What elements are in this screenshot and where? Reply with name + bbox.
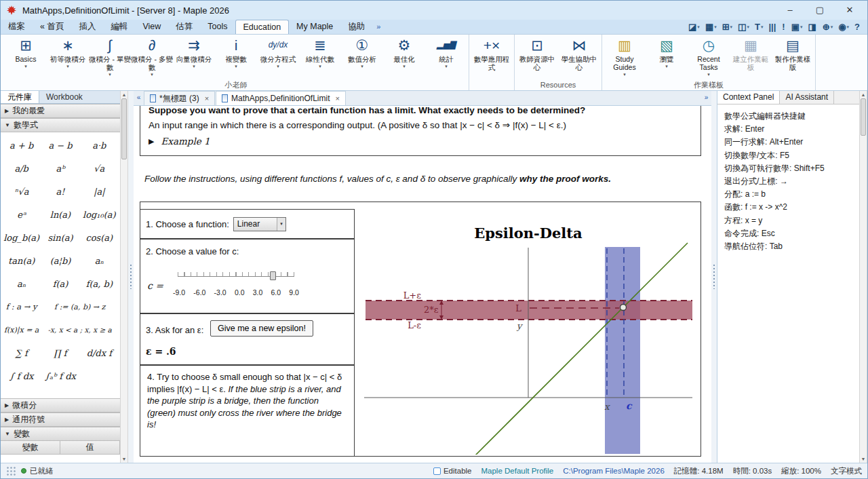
expression-item[interactable]: a! bbox=[56, 187, 65, 197]
right-splitter[interactable] bbox=[711, 91, 717, 463]
menu-item[interactable]: 檔案 bbox=[1, 20, 33, 34]
toolbar-icon[interactable]: ◨ bbox=[805, 22, 819, 32]
ribbon-button[interactable]: ∗ 初等微積分 ▾ bbox=[47, 35, 89, 80]
toolbar-icon[interactable]: ? bbox=[852, 22, 863, 32]
expression-item[interactable]: f(a, b) bbox=[86, 279, 113, 289]
expression-item[interactable]: d/dx f bbox=[87, 348, 112, 358]
ribbon-button[interactable]: ▂▅▇ 統計 ▾ bbox=[425, 35, 467, 80]
expression-item[interactable]: eᵃ bbox=[17, 210, 26, 220]
menu-overflow-icon[interactable]: » bbox=[372, 20, 384, 34]
expression-item[interactable]: ∫ₐᵇ f dx bbox=[45, 371, 76, 381]
expression-item[interactable]: aₙ bbox=[95, 256, 104, 266]
minimize-button[interactable]: – bbox=[775, 1, 805, 20]
tab-values[interactable]: 值 bbox=[60, 441, 120, 454]
close-button[interactable]: ✕ bbox=[835, 1, 865, 20]
tab-workbook[interactable]: Workbook bbox=[39, 91, 90, 103]
expression-item[interactable]: tan(a) bbox=[8, 256, 35, 266]
toolbar-icon[interactable]: ⊞ ▾ bbox=[719, 22, 735, 32]
expression-item[interactable]: a − b bbox=[48, 140, 72, 151]
context-panel-scrollbar[interactable]: ▲ ▼ bbox=[859, 91, 867, 463]
tab-scroll-left-icon[interactable]: « bbox=[134, 91, 144, 105]
palette-variables[interactable]: ▼ 變數 bbox=[1, 427, 120, 441]
menu-item[interactable]: Education bbox=[235, 20, 290, 34]
slider-track[interactable] bbox=[178, 276, 294, 277]
ribbon-button[interactable]: ▤ 製作作業樣版 bbox=[772, 35, 814, 80]
section-collapse-icon[interactable]: ▶ bbox=[149, 137, 154, 146]
ribbon-button[interactable]: ◷ Recent Tasks ▾ bbox=[688, 35, 730, 80]
epsilon-delta-plot[interactable]: Epsilon-Delta bbox=[359, 205, 699, 455]
expression-item[interactable]: f := (a, b) → z bbox=[54, 303, 105, 311]
ribbon-button[interactable]: ∫ 微積分 - 單變數 ▾ bbox=[89, 35, 131, 80]
ribbon-button[interactable]: ≣ 線性代數 ▾ bbox=[299, 35, 341, 80]
expression-item[interactable]: |a| bbox=[94, 187, 105, 197]
tab-ai-assistant[interactable]: AI Assistant bbox=[780, 91, 834, 104]
toolbar-icon[interactable]: ! bbox=[779, 22, 788, 32]
toolbar-icon[interactable]: ◫ ▾ bbox=[735, 22, 752, 32]
ribbon-button[interactable]: ⇉ 向量微積分 ▾ bbox=[173, 35, 215, 80]
tab-components[interactable]: 元件庫 bbox=[1, 91, 39, 103]
expression-item[interactable]: ln(a) bbox=[50, 210, 71, 220]
menu-item[interactable]: Tools bbox=[200, 20, 235, 34]
ribbon-button[interactable]: ⚙ 最佳化 ▾ bbox=[383, 35, 425, 80]
toolbar-icon[interactable]: ▣ ▾ bbox=[789, 22, 806, 32]
ribbon-button[interactable]: ▦ 建立作業範板 bbox=[730, 35, 772, 80]
scroll-down-icon[interactable]: ▼ bbox=[861, 457, 866, 461]
toolbar-icon[interactable]: ⊕ ▾ bbox=[820, 22, 835, 32]
slider-handle[interactable] bbox=[270, 271, 276, 280]
left-splitter[interactable] bbox=[128, 91, 134, 463]
palette-calculus[interactable]: ▶ 微積分 bbox=[1, 398, 120, 413]
expression-item[interactable]: a + b bbox=[9, 140, 33, 151]
ribbon-button[interactable]: ▧ 瀏覽 ▾ bbox=[646, 35, 688, 80]
scrollbar-thumb[interactable] bbox=[121, 98, 127, 159]
toolbar-icon[interactable]: ◉ ▾ bbox=[835, 22, 852, 32]
ribbon-button[interactable]: ① 數值分析 ▾ bbox=[341, 35, 383, 80]
doc-t ab-untitled[interactable]: *無標題 (3) × bbox=[144, 91, 215, 105]
expression-item[interactable]: sin(a) bbox=[47, 233, 73, 243]
menu-item[interactable]: 協助 bbox=[340, 20, 372, 34]
expression-item[interactable]: -x, x < a ; x, x ≥ a bbox=[48, 326, 112, 334]
ribbon-button[interactable]: ⋈ 學生協助中心 bbox=[558, 35, 600, 80]
menu-item[interactable]: 編輯 bbox=[103, 20, 135, 34]
ribbon-button[interactable]: i 複變數 ▾ bbox=[215, 35, 257, 80]
palette-expressions[interactable]: ▼ 數學式 bbox=[1, 118, 120, 132]
worksheet[interactable]: Suppose you want to prove that a certain… bbox=[134, 106, 711, 463]
expression-item[interactable]: (a¦b) bbox=[50, 256, 71, 266]
menu-item[interactable]: 插入 bbox=[71, 20, 103, 34]
editable-toggle[interactable]: Editable bbox=[433, 467, 472, 475]
scroll-up-icon[interactable]: ▲ bbox=[122, 92, 127, 97]
maximize-button[interactable]: ▢ bbox=[805, 1, 835, 20]
toolbar-icon[interactable]: T ▾ bbox=[752, 22, 766, 32]
close-tab-icon[interactable]: × bbox=[205, 94, 209, 102]
tab-variables[interactable]: 變數 bbox=[1, 441, 60, 454]
expression-item[interactable]: ∑ f bbox=[16, 348, 28, 358]
new-epsilon-button[interactable]: Give me a new epsilon! bbox=[210, 320, 313, 337]
toolbar-icon[interactable]: ▦ ▾ bbox=[703, 22, 719, 32]
palette-favorites[interactable]: ▶ 我的最愛 bbox=[1, 104, 120, 118]
ribbon-button[interactable]: dy/dx 微分方程式 ▾ bbox=[257, 35, 299, 80]
expression-item[interactable]: log₁₀(a) bbox=[83, 210, 116, 220]
menu-item[interactable]: View bbox=[135, 20, 168, 34]
install-path-link[interactable]: C:\Program Files\Maple 2026 bbox=[563, 467, 665, 475]
expression-item[interactable]: ∏ f bbox=[54, 348, 66, 358]
editable-checkbox[interactable] bbox=[433, 467, 441, 475]
expression-item[interactable]: ⁿ√a bbox=[14, 187, 29, 197]
close-tab-icon[interactable]: × bbox=[336, 94, 340, 102]
expression-item[interactable]: f(a) bbox=[53, 279, 68, 289]
menu-item[interactable]: 估算 bbox=[168, 20, 200, 34]
ribbon-button[interactable]: ∂ 微積分 - 多變數 ▾ bbox=[131, 35, 173, 80]
toolbar-icon[interactable]: ◪ ▾ bbox=[686, 22, 703, 32]
expression-item[interactable]: log_b(a) bbox=[3, 233, 39, 243]
ribbon-button[interactable]: ⊡ 教師資源中心 bbox=[516, 35, 558, 80]
expression-item[interactable]: aₙ bbox=[17, 279, 26, 289]
menu-item[interactable]: My Maple bbox=[289, 20, 340, 34]
palette-scrollbar[interactable]: ▲ ▼ bbox=[120, 91, 128, 463]
profile-link[interactable]: Maple Default Profile bbox=[481, 467, 553, 475]
tab-scroll-right-icon[interactable]: » bbox=[701, 91, 711, 105]
expression-item[interactable]: f : a → y bbox=[6, 302, 37, 311]
doc-tab-mathapps[interactable]: MathApps,DefinitionOfLimit × bbox=[216, 91, 346, 105]
expression-item[interactable]: √a bbox=[94, 164, 104, 174]
expression-item[interactable]: ∫ f dx bbox=[9, 371, 34, 381]
expression-item[interactable]: cos(a) bbox=[85, 233, 113, 243]
expression-item[interactable]: f(x)|x = a bbox=[4, 326, 39, 334]
tab-context-panel[interactable]: Context Panel bbox=[717, 91, 780, 104]
